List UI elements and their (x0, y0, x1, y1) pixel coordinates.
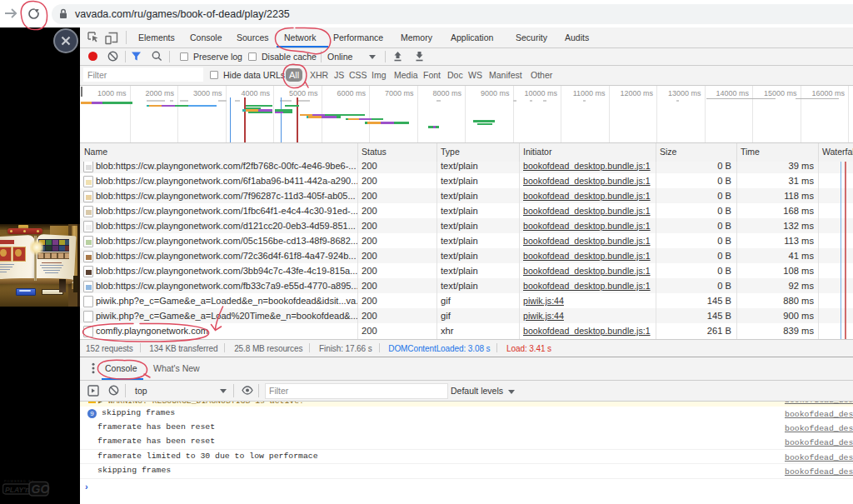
svg-text:GO: GO (32, 482, 50, 496)
svg-text:PLAY'n: PLAY'n (5, 486, 30, 494)
